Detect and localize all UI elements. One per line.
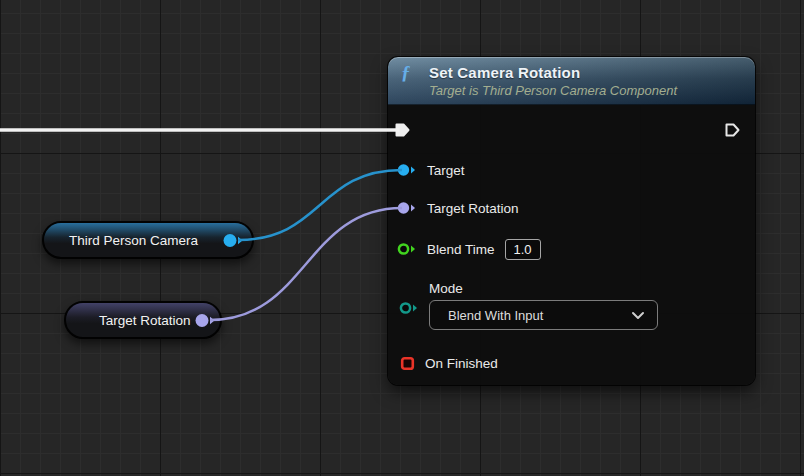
pin-label-on-finished: On Finished bbox=[425, 356, 498, 371]
pin-row-target-rotation[interactable]: Target Rotation bbox=[396, 198, 519, 218]
blueprint-editor: { "graph": { "background_color": "#26262… bbox=[0, 0, 804, 476]
node-header[interactable]: ƒ Set Camera Rotation Target is Third Pe… bbox=[388, 57, 755, 105]
pin-row-target[interactable]: Target bbox=[396, 160, 465, 180]
float-pin-icon[interactable] bbox=[396, 242, 417, 256]
var-node-third-person-camera[interactable]: Third Person Camera bbox=[42, 221, 254, 259]
blend-time-input[interactable] bbox=[505, 239, 541, 260]
function-icon: ƒ bbox=[401, 62, 411, 84]
node-set-camera-rotation[interactable]: ƒ Set Camera Rotation Target is Third Pe… bbox=[388, 57, 755, 385]
pin-row-blend-time[interactable]: Blend Time bbox=[396, 239, 541, 259]
var-node-target-rotation[interactable]: Target Rotation bbox=[64, 301, 222, 339]
enum-pin-icon[interactable] bbox=[398, 301, 419, 315]
mode-dropdown-value: Blend With Input bbox=[448, 308, 631, 323]
pin-label-mode: Mode bbox=[429, 281, 463, 296]
pin-label-target-rotation: Target Rotation bbox=[427, 201, 519, 216]
node-title: Set Camera Rotation bbox=[429, 64, 580, 81]
variable-name-label: Target Rotation bbox=[99, 313, 191, 328]
exec-out-pin[interactable] bbox=[724, 122, 741, 138]
mode-dropdown[interactable]: Blend With Input bbox=[429, 300, 658, 330]
pin-label-blend-time: Blend Time bbox=[427, 242, 495, 257]
pin-row-on-finished[interactable]: On Finished bbox=[400, 353, 498, 373]
variable-name-label: Third Person Camera bbox=[69, 233, 198, 248]
pin-label-target: Target bbox=[427, 163, 465, 178]
node-subtitle: Target is Third Person Camera Component bbox=[429, 83, 677, 98]
chevron-down-icon bbox=[631, 311, 645, 320]
delegate-pin-icon[interactable] bbox=[400, 356, 415, 371]
